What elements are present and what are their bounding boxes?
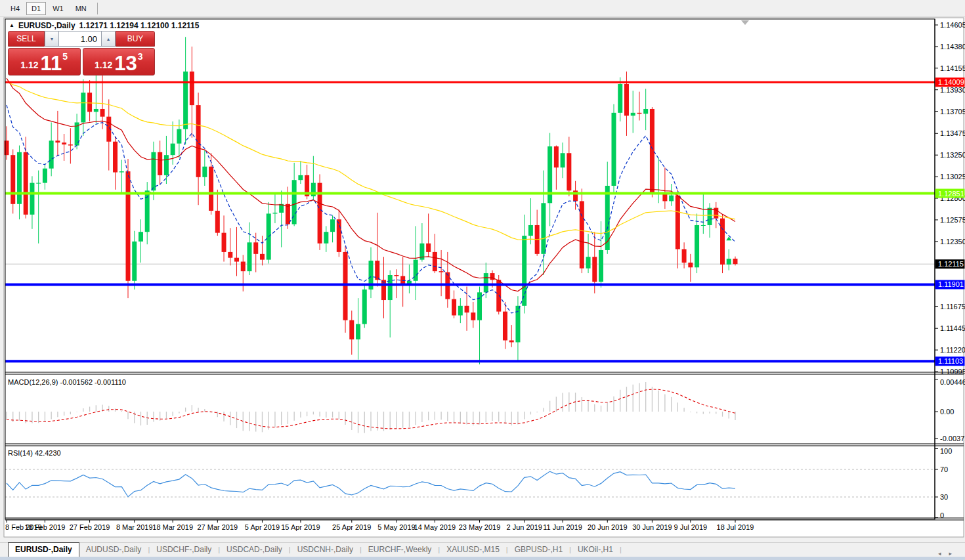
tab-scroll-arrows[interactable]: ◂▸ bbox=[938, 550, 960, 557]
candlestick bbox=[407, 281, 412, 284]
date-axis-label: 11 Jun 2019 bbox=[543, 523, 582, 531]
timeframe-tab-h4[interactable]: H4 bbox=[5, 2, 25, 15]
candlestick bbox=[605, 186, 610, 250]
candlestick bbox=[445, 272, 450, 299]
candlestick bbox=[349, 320, 354, 339]
sell-price-panel[interactable]: 1.12 11 5 bbox=[8, 48, 81, 75]
timeframe-tab-d1[interactable]: D1 bbox=[26, 2, 46, 15]
price-axis-label: 1.12800 bbox=[940, 194, 965, 202]
candlestick bbox=[139, 232, 143, 242]
candlestick bbox=[656, 194, 661, 194]
candlestick bbox=[573, 190, 578, 201]
chart-shift-marker[interactable] bbox=[741, 20, 749, 25]
candlestick bbox=[662, 194, 667, 202]
candlestick bbox=[547, 146, 552, 203]
level-price-badge: 1.11103 bbox=[938, 357, 963, 365]
candlestick bbox=[528, 225, 533, 236]
candlestick bbox=[343, 252, 348, 320]
ma-line-slow bbox=[7, 81, 735, 240]
volume-input[interactable] bbox=[59, 31, 101, 47]
price-axis-label: 1.12575 bbox=[940, 216, 965, 224]
candlestick bbox=[669, 196, 674, 202]
date-axis-label: 25 Apr 2019 bbox=[332, 523, 371, 531]
date-axis-label: 2 Jun 2019 bbox=[506, 523, 542, 531]
candlestick bbox=[433, 252, 437, 271]
candlestick bbox=[509, 340, 514, 342]
candlestick bbox=[465, 306, 469, 312]
symbol-tab-usdcad[interactable]: USDCAD-,Daily bbox=[220, 543, 289, 557]
level-price-badge: 1.14009 bbox=[938, 78, 964, 86]
buy-price-small: 1.12 bbox=[95, 60, 112, 70]
date-axis-label: 5 Apr 2019 bbox=[245, 523, 280, 531]
candlestick bbox=[419, 244, 424, 260]
symbol-tab-eurchf[interactable]: EURCHF-,Weekly bbox=[362, 543, 438, 557]
candlestick bbox=[439, 271, 444, 272]
sell-button[interactable]: SELL bbox=[8, 31, 45, 47]
symbol-tab-eurusd[interactable]: EURUSD-,Daily bbox=[8, 542, 79, 557]
candlestick bbox=[727, 259, 731, 265]
price-axis-label: 1.11220 bbox=[940, 346, 965, 354]
candlestick bbox=[145, 190, 150, 232]
date-axis-label: 18 Jul 2019 bbox=[717, 523, 754, 531]
timeframe-tab-mn[interactable]: MN bbox=[70, 2, 92, 15]
timeframe-tab-w1[interactable]: W1 bbox=[47, 2, 69, 15]
rsi-label: RSI(14) 42.4230 bbox=[8, 449, 61, 457]
date-axis-label: 27 Feb 2019 bbox=[70, 523, 110, 531]
candlestick bbox=[695, 225, 699, 267]
symbol-tab-gbpusd[interactable]: GBPUSD-,H1 bbox=[508, 543, 569, 557]
level-price-badge-bg bbox=[935, 189, 965, 198]
price-axis-label: 1.11675 bbox=[940, 303, 965, 311]
candlestick bbox=[305, 175, 309, 196]
candlestick bbox=[183, 72, 188, 129]
candlestick bbox=[272, 213, 277, 213]
candlestick bbox=[388, 275, 393, 300]
candlestick bbox=[452, 299, 456, 316]
candlestick bbox=[279, 204, 284, 213]
candlestick bbox=[586, 257, 591, 269]
date-axis-label: 14 May 2019 bbox=[414, 523, 456, 531]
candlestick bbox=[106, 117, 111, 142]
symbol-tab-usdchf[interactable]: USDCHF-,Daily bbox=[150, 543, 218, 557]
collapse-arrow-icon[interactable]: ▲ bbox=[9, 22, 14, 28]
symbol-tab-audusd[interactable]: AUDUSD-,Daily bbox=[79, 543, 148, 557]
current-price-badge: 1.12115 bbox=[938, 260, 964, 268]
candlestick bbox=[11, 155, 15, 204]
date-axis-label: 8 Feb 2019 bbox=[5, 523, 42, 531]
candlestick bbox=[414, 260, 418, 281]
candlestick bbox=[196, 105, 201, 177]
candlestick bbox=[43, 169, 47, 183]
volume-decrease-button[interactable]: ▾ bbox=[45, 31, 59, 47]
candlestick bbox=[682, 249, 687, 263]
candlestick bbox=[688, 263, 693, 267]
candlestick bbox=[132, 242, 137, 281]
candlestick bbox=[714, 208, 718, 219]
candlestick bbox=[375, 261, 379, 280]
price-axis-label: 1.13025 bbox=[940, 173, 965, 181]
date-axis-label: 18 Mar 2019 bbox=[152, 523, 193, 531]
candlestick bbox=[267, 213, 271, 259]
buy-price-panel[interactable]: 1.12 13 3 bbox=[83, 48, 156, 75]
symbol-tab-usdcnh[interactable]: USDCNH-,Daily bbox=[291, 543, 360, 557]
status-strip bbox=[0, 557, 965, 560]
sell-price-big: 11 bbox=[41, 54, 62, 72]
volume-increase-button[interactable]: ▴ bbox=[101, 31, 116, 47]
candlestick bbox=[701, 225, 706, 226]
candlestick bbox=[222, 233, 226, 252]
candlestick bbox=[228, 252, 232, 258]
candlestick bbox=[337, 219, 341, 252]
candlestick bbox=[68, 144, 73, 145]
candlestick bbox=[75, 122, 79, 145]
buy-button[interactable]: BUY bbox=[116, 31, 155, 47]
candlestick bbox=[318, 183, 322, 244]
candlestick bbox=[515, 306, 520, 343]
symbol-tab-ukoil[interactable]: UKOil-,H1 bbox=[571, 543, 620, 557]
symbol-tab-xauusd[interactable]: XAUUSD-,M15 bbox=[440, 543, 506, 557]
date-axis-label: 8 Mar 2019 bbox=[116, 523, 153, 531]
candlestick bbox=[612, 113, 616, 186]
candlestick bbox=[87, 93, 92, 112]
macd-axis-label: -0.003715 bbox=[940, 435, 965, 442]
candlestick bbox=[81, 93, 85, 122]
candlestick bbox=[234, 258, 239, 262]
price-axis-label: 1.13930 bbox=[940, 86, 965, 94]
candlestick bbox=[253, 242, 258, 254]
